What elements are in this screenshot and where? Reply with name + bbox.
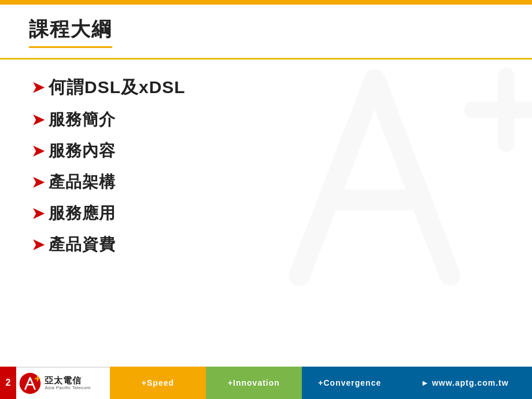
footer-speed-segment: +Speed: [110, 367, 206, 399]
list-item: ➤ 服務應用: [32, 198, 503, 229]
list-item-text: 服務簡介: [49, 109, 116, 131]
aptg-logo-icon: [19, 372, 41, 394]
title-section: 課程大綱: [0, 0, 532, 54]
list-item: ➤ 何謂DSL及xDSL: [32, 71, 503, 104]
convergence-label: +Convergence: [318, 378, 381, 387]
page-number: 2: [0, 367, 16, 399]
list-item: ➤ 產品資費: [32, 229, 503, 260]
bullet-arrow: ➤: [32, 111, 45, 129]
footer-logo-en: Asia Pacific Telecom: [45, 386, 90, 391]
list-item: ➤ 服務內容: [32, 135, 503, 167]
footer-logo: 亞太電信 Asia Pacific Telecom: [0, 367, 110, 399]
bullet-arrow: ➤: [32, 236, 45, 254]
bullet-arrow: ➤: [32, 205, 45, 223]
list-item-text: 服務應用: [49, 202, 116, 224]
slide-title: 課程大綱: [29, 16, 112, 48]
bullet-arrow: ➤: [32, 79, 45, 97]
footer-logo-text: 亞太電信 Asia Pacific Telecom: [45, 376, 90, 390]
content-list: ➤ 何謂DSL及xDSL ➤ 服務簡介 ➤ 服務內容 ➤ 產品架構 ➤ 服務應用…: [0, 54, 532, 266]
list-item-text: 何謂DSL及xDSL: [49, 76, 186, 99]
list-item: ➤ 產品架構: [32, 167, 503, 198]
website-prefix: ►: [421, 378, 430, 387]
footer: 2 亞太電信 Asia Pacific Telecom +Speed +Inno…: [0, 367, 532, 399]
footer-logo-cn: 亞太電信: [45, 376, 90, 386]
list-item: ➤ 服務簡介: [32, 104, 503, 135]
list-item-text: 產品資費: [49, 234, 116, 256]
innovation-label: +Innovation: [228, 378, 280, 387]
list-item-text: 服務內容: [49, 140, 116, 162]
bullet-arrow: ➤: [32, 142, 45, 160]
bullet-arrow: ➤: [32, 173, 45, 191]
slide: 課程大綱 ➤ 何謂DSL及xDSL ➤ 服務簡介 ➤ 服務內容 ➤ 產品架構 ➤…: [0, 0, 532, 367]
footer-innovation-segment: +Innovation: [206, 367, 302, 399]
footer-website-segment: ► www.aptg.com.tw: [398, 367, 532, 399]
website-label: www.aptg.com.tw: [432, 378, 509, 387]
top-accent-bar: [0, 0, 532, 5]
footer-convergence-segment: +Convergence: [302, 367, 398, 399]
list-item-text: 產品架構: [49, 171, 116, 193]
speed-label: +Speed: [142, 378, 174, 387]
